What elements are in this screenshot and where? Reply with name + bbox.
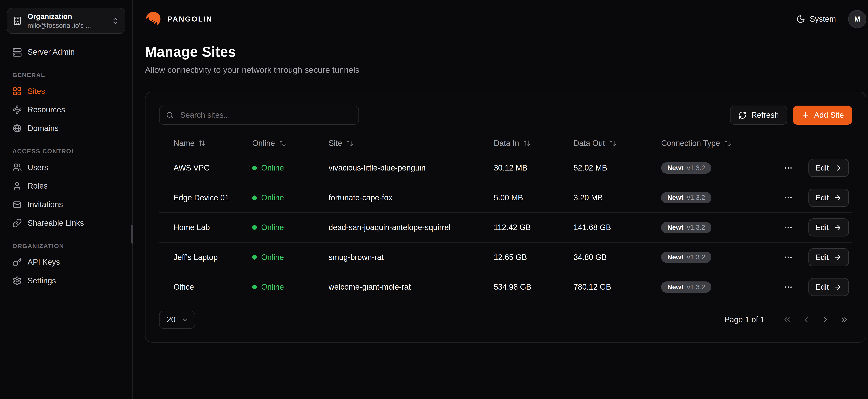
row-menu-button[interactable] (776, 191, 801, 205)
site-name-cell: Jeff's Laptop (174, 253, 252, 262)
ellipsis-icon (783, 223, 793, 232)
edit-label: Edit (815, 253, 829, 262)
chevron-left-icon (802, 315, 811, 324)
status-label: Online (261, 253, 284, 262)
sidebar-item-resources[interactable]: Resources (7, 100, 125, 119)
avatar-initial: M (854, 15, 860, 23)
org-texts: Organization milo@fossorial.io's ... (27, 12, 106, 29)
sidebar-item-settings[interactable]: Settings (7, 272, 125, 290)
scrollbar-thumb[interactable] (131, 225, 133, 244)
sidebar-item-server-admin[interactable]: Server Admin (7, 43, 125, 61)
org-picker[interactable]: Organization milo@fossorial.io's ... (7, 8, 125, 34)
table-row: Home Lab Online dead-san-joaquin-antelop… (159, 212, 852, 242)
previous-page-button[interactable] (798, 312, 814, 328)
site-name-cell: Edge Device 01 (174, 193, 252, 202)
search-input[interactable] (179, 110, 352, 120)
waypoints-icon (12, 105, 22, 115)
sidebar-item-sites[interactable]: Sites (7, 82, 125, 100)
chevrons-left-icon (783, 315, 792, 324)
row-menu-button[interactable] (776, 161, 801, 175)
page-size-value: 20 (167, 315, 176, 324)
edit-button[interactable]: Edit (808, 278, 849, 296)
sidebar-item-label: Server Admin (28, 48, 75, 57)
sidebar-item-label: Invitations (28, 200, 63, 209)
sort-icon (198, 140, 206, 147)
status-label: Online (261, 223, 284, 232)
row-menu-button[interactable] (776, 220, 801, 235)
edit-button[interactable]: Edit (808, 218, 849, 237)
column-header-connection-type[interactable]: Connection Type (661, 139, 776, 148)
row-menu-button[interactable] (776, 250, 801, 264)
last-page-button[interactable] (837, 312, 852, 328)
arrow-right-icon (834, 164, 842, 172)
data-in-cell: 12.65 GB (494, 253, 574, 262)
sites-toolbar: Refresh Add Site (159, 105, 852, 125)
column-header-online[interactable]: Online (252, 139, 329, 148)
connection-type: Newt (667, 284, 683, 290)
connection-badge: Newtv1.3.2 (661, 192, 711, 203)
column-header-data-in[interactable]: Data In (494, 139, 574, 148)
sidebar-item-label: Users (28, 163, 48, 172)
chevron-right-icon (821, 315, 830, 324)
next-page-button[interactable] (817, 312, 833, 328)
sidebar-item-api-keys[interactable]: API Keys (7, 253, 125, 272)
search-icon (166, 111, 174, 119)
key-icon (12, 257, 22, 267)
section-label-general: GENERAL (12, 71, 120, 79)
status-cell: Online (252, 193, 329, 202)
sidebar-item-shareable-links[interactable]: Shareable Links (7, 214, 125, 233)
status-cell: Online (252, 223, 329, 232)
sidebar-item-invitations[interactable]: Invitations (7, 195, 125, 214)
status-cell: Online (252, 163, 329, 173)
connection-type-cell: Newtv1.3.2 (661, 281, 776, 293)
sidebar-item-roles[interactable]: Roles (7, 177, 125, 195)
column-header-site[interactable]: Site (329, 139, 494, 148)
row-menu-button[interactable] (776, 280, 801, 294)
online-dot (252, 195, 257, 200)
theme-toggle[interactable]: System (796, 14, 836, 24)
page-head: Manage Sites Allow connectivity to your … (133, 28, 868, 75)
mail-icon (12, 200, 22, 209)
table-row: AWS VPC Online vivacious-little-blue-pen… (159, 153, 852, 183)
topbar-right: System M (796, 10, 866, 28)
users-icon (12, 163, 22, 172)
section-label-organization: ORGANIZATION (12, 243, 120, 250)
refresh-button[interactable]: Refresh (730, 105, 787, 125)
status-cell: Online (252, 282, 329, 291)
edit-button[interactable]: Edit (808, 248, 849, 266)
tunnel-name-cell: smug-brown-rat (329, 253, 494, 262)
sidebar-item-users[interactable]: Users (7, 158, 125, 177)
connection-badge: Newtv1.3.2 (661, 281, 711, 293)
sort-icon (523, 140, 530, 147)
edit-button[interactable]: Edit (808, 189, 849, 207)
edit-label: Edit (815, 283, 829, 291)
page-size-select[interactable]: 20 (159, 311, 195, 329)
sidebar: Organization milo@fossorial.io's ... Ser… (0, 0, 133, 399)
connection-type-cell: Newtv1.3.2 (661, 192, 776, 203)
server-icon (12, 48, 22, 57)
column-header-name[interactable]: Name (174, 139, 252, 148)
sidebar-item-label: Domains (28, 124, 59, 133)
column-header-data-out[interactable]: Data Out (574, 139, 661, 148)
sidebar-item-label: Sites (28, 87, 45, 96)
table-footer: 20 Page 1 of 1 (159, 311, 852, 329)
avatar[interactable]: M (848, 10, 866, 28)
org-title: Organization (27, 12, 106, 21)
table-row: Office Online welcome-giant-mole-rat 534… (159, 272, 852, 302)
org-subtitle: milo@fossorial.io's ... (27, 22, 106, 29)
grid-icon (12, 87, 22, 96)
status-label: Online (261, 163, 284, 173)
add-site-button[interactable]: Add Site (793, 105, 852, 125)
sidebar-item-domains[interactable]: Domains (7, 119, 125, 138)
sort-icon (724, 140, 731, 147)
connection-type: Newt (667, 164, 683, 172)
connection-type: Newt (667, 254, 683, 260)
moon-icon (796, 14, 805, 24)
refresh-label: Refresh (751, 111, 779, 120)
data-in-cell: 5.00 MB (494, 193, 574, 202)
first-page-button[interactable] (779, 312, 795, 328)
data-in-cell: 112.42 GB (494, 223, 574, 232)
edit-button[interactable]: Edit (808, 159, 849, 177)
arrow-right-icon (834, 253, 842, 261)
site-name-cell: Office (174, 282, 252, 291)
